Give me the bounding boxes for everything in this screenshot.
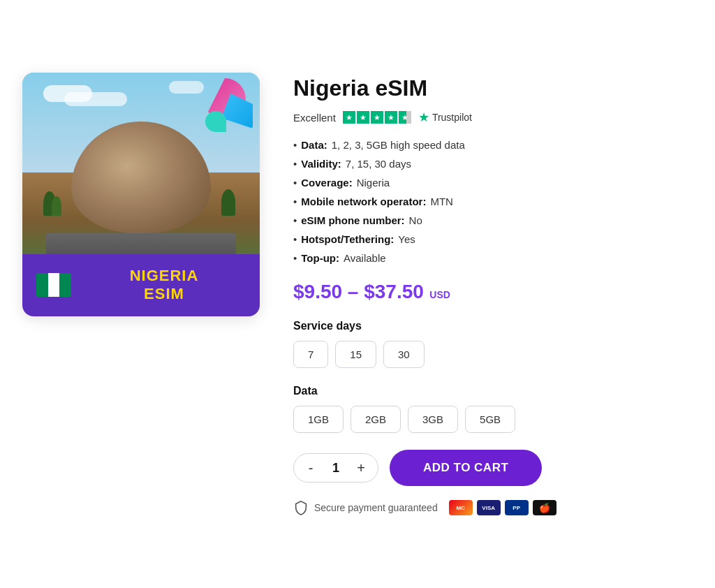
spec-network: Mobile network operator: MTN <box>293 196 693 207</box>
spec-validity: Validity: 7, 15, 30 days <box>293 158 693 170</box>
product-photo <box>22 73 260 254</box>
apple-pay-icon: 🍎 <box>533 500 556 515</box>
service-days-label: Service days <box>293 320 693 332</box>
visa-icon: VISA <box>477 500 501 515</box>
specs-list: Data: 1, 2, 3, 5GB high speed data Valid… <box>293 139 693 264</box>
star-4: ★ <box>385 111 397 124</box>
spec-coverage: Coverage: Nigeria <box>293 177 693 189</box>
price-currency: USD <box>429 289 450 300</box>
add-to-cart-button[interactable]: ADD TO CART <box>390 450 542 486</box>
product-title: Nigeria eSIM <box>293 75 693 101</box>
price-range: $9.50 – $37.50 <box>293 281 424 302</box>
data-3gb[interactable]: 3GB <box>408 406 458 433</box>
deco-teal-shape <box>205 111 226 132</box>
data-5gb[interactable]: 5GB <box>465 406 515 433</box>
service-days-options: 7 15 30 <box>293 341 693 368</box>
price-row: $9.50 – $37.50 USD <box>293 281 693 303</box>
shield-icon <box>293 500 309 515</box>
data-label: Data <box>293 385 693 397</box>
star-3: ★ <box>371 111 383 124</box>
data-1gb[interactable]: 1GB <box>293 406 344 433</box>
star-5: ★ <box>399 111 411 124</box>
secure-label: Secure payment guaranteed <box>314 502 438 513</box>
nigeria-flag <box>36 273 71 297</box>
trustpilot-logo: ★ Trustpilot <box>418 110 472 125</box>
product-page: NIGERIA ESIM Nigeria eSIM Excellent ★ ★ … <box>22 73 693 515</box>
service-day-15[interactable]: 15 <box>335 341 376 368</box>
spec-hotspot: Hotspot/Tethering: Yes <box>293 233 693 245</box>
data-2gb[interactable]: 2GB <box>351 406 401 433</box>
product-image-card: NIGERIA ESIM <box>22 73 260 316</box>
spec-topup: Top-up: Available <box>293 252 693 264</box>
quantity-control: - 1 + <box>293 453 378 483</box>
service-day-7[interactable]: 7 <box>293 341 328 368</box>
mastercard-icon: MC <box>449 500 473 515</box>
secure-payment-row: Secure payment guaranteed MC VISA PP 🍎 <box>293 500 693 515</box>
image-label: NIGERIA ESIM <box>82 267 246 304</box>
trustpilot-label: Trustpilot <box>432 112 472 123</box>
product-details: Nigeria eSIM Excellent ★ ★ ★ ★ ★ ★ Trust… <box>293 73 693 515</box>
service-day-30[interactable]: 30 <box>383 341 425 368</box>
star-2: ★ <box>357 111 369 124</box>
trustpilot-star: ★ <box>418 110 429 125</box>
quantity-value: 1 <box>327 461 344 476</box>
quantity-increase-button[interactable]: + <box>350 457 372 479</box>
paypal-icon: PP <box>505 500 529 515</box>
product-label-bar: NIGERIA ESIM <box>22 254 260 316</box>
data-options: 1GB 2GB 3GB 5GB <box>293 406 693 433</box>
spec-phone-number: eSIM phone number: No <box>293 214 693 226</box>
payment-icons: MC VISA PP 🍎 <box>449 500 556 515</box>
star-1: ★ <box>343 111 355 124</box>
quantity-decrease-button[interactable]: - <box>300 457 322 479</box>
star-rating: ★ ★ ★ ★ ★ <box>343 111 411 124</box>
rating-row: Excellent ★ ★ ★ ★ ★ ★ Trustpilot <box>293 110 693 125</box>
rating-label: Excellent <box>293 112 336 124</box>
cart-row: - 1 + ADD TO CART <box>293 450 693 486</box>
spec-data: Data: 1, 2, 3, 5GB high speed data <box>293 139 693 151</box>
